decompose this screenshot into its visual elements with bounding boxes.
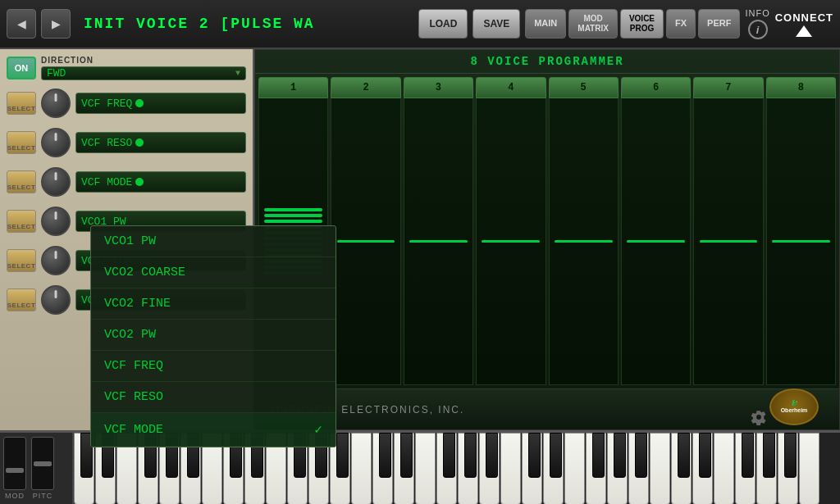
dropdown-item-vco1pw[interactable]: VCO1 PW xyxy=(91,226,336,257)
next-button[interactable]: ▶ xyxy=(41,9,71,39)
select-button-4[interactable]: SELECT xyxy=(7,210,36,233)
dropdown-item-vcfreso[interactable]: VCF RESO xyxy=(91,382,336,413)
select-button-1[interactable]: SELECT xyxy=(7,92,36,115)
black-key[interactable] xyxy=(699,433,711,478)
voice-body-8[interactable] xyxy=(766,98,836,385)
black-key[interactable] xyxy=(464,433,477,478)
load-button[interactable]: LOAD xyxy=(418,9,468,39)
voice-header-8: 8 xyxy=(766,77,836,98)
white-key[interactable] xyxy=(799,433,819,504)
black-key[interactable] xyxy=(763,433,775,478)
direction-dropdown[interactable]: FWD ▼ xyxy=(41,66,246,80)
white-key[interactable] xyxy=(650,433,670,504)
param-display-1[interactable]: VCF FREQ xyxy=(75,93,246,114)
voice-col-5[interactable]: 5 xyxy=(549,77,619,385)
tab-main[interactable]: MAIN xyxy=(525,9,566,39)
voice-col-2[interactable]: 2 xyxy=(331,77,400,385)
black-key[interactable] xyxy=(336,433,349,478)
direction-value: FWD xyxy=(47,67,66,79)
tab-fx[interactable]: FX xyxy=(666,9,696,39)
black-key[interactable] xyxy=(486,433,498,478)
param-row-1: SELECT VCF FREQ xyxy=(7,85,246,121)
connect-button[interactable]: CONNECT xyxy=(775,11,833,37)
voice-col-4[interactable]: 4 xyxy=(476,77,546,385)
voice-col-3[interactable]: 3 xyxy=(404,77,473,385)
voice-bar xyxy=(772,240,830,243)
black-key[interactable] xyxy=(592,433,605,478)
tab-perf[interactable]: PERF xyxy=(698,9,740,39)
dropdown-arrow-icon: ▼ xyxy=(235,69,240,78)
voice-col-6[interactable]: 6 xyxy=(621,77,691,385)
knob-4[interactable] xyxy=(41,207,71,236)
voice-body-5[interactable] xyxy=(549,98,619,385)
knob-1[interactable] xyxy=(41,89,71,118)
black-key[interactable] xyxy=(400,433,413,478)
dropdown-item-vco2pw[interactable]: VCO2 PW xyxy=(91,320,336,351)
voice-header-4: 4 xyxy=(476,77,546,98)
black-key[interactable] xyxy=(678,433,690,478)
save-button[interactable]: SAVE xyxy=(472,9,520,39)
voice-body-4[interactable] xyxy=(476,98,546,385)
black-key[interactable] xyxy=(614,433,626,478)
param-display-2[interactable]: VCF RESO xyxy=(75,132,246,153)
voice-bar xyxy=(482,240,540,243)
pitch-label: PITC xyxy=(33,492,53,500)
param-display-3[interactable]: VCF MODE xyxy=(75,171,246,193)
voice-header-3: 3 xyxy=(404,77,473,98)
prev-button[interactable]: ◀ xyxy=(7,9,36,39)
voice-header-6: 6 xyxy=(621,77,691,98)
select-button-5[interactable]: SELECT xyxy=(7,249,36,272)
info-icon: i xyxy=(748,20,768,39)
direction-row: ON DIRECTION FWD ▼ xyxy=(7,56,246,80)
select-button-3[interactable]: SELECT xyxy=(7,170,36,193)
voice-col-7[interactable]: 7 xyxy=(693,77,763,385)
voice-body-2[interactable] xyxy=(331,98,400,385)
param-row-3: SELECT VCF MODE xyxy=(7,164,246,200)
black-key[interactable] xyxy=(550,433,562,478)
black-key[interactable] xyxy=(528,433,541,478)
voice-bar xyxy=(264,220,322,223)
connect-label: CONNECT xyxy=(775,11,833,24)
dropdown-item-label: VCO2 PW xyxy=(104,328,156,342)
knob-3[interactable] xyxy=(41,167,71,197)
parameter-dropdown-menu: VCO1 PW VCO2 COARSE VCO2 FINE VCO2 PW VC… xyxy=(90,225,336,447)
white-key[interactable] xyxy=(564,433,585,504)
voice-body-7[interactable] xyxy=(693,98,763,385)
white-key[interactable] xyxy=(500,433,521,504)
tab-group: MAIN MODMATRIX VOICEPROG FX PERF xyxy=(525,9,740,39)
knob-2[interactable] xyxy=(41,128,71,157)
white-key[interactable] xyxy=(415,433,436,504)
top-bar: ◀ ▶ INIT VOICE 2 [PULSE WA LOAD SAVE MAI… xyxy=(0,0,840,49)
voice-col-8[interactable]: 8 xyxy=(766,77,836,385)
direction-label: DIRECTION xyxy=(41,56,246,65)
white-key[interactable] xyxy=(714,433,734,504)
knob-6[interactable] xyxy=(41,285,71,315)
black-key[interactable] xyxy=(443,433,455,478)
black-key[interactable] xyxy=(742,433,754,478)
white-key[interactable] xyxy=(351,433,372,504)
dropdown-item-vcfmode[interactable]: VCF MODE ✓ xyxy=(91,413,336,447)
tab-mod-matrix[interactable]: MODMATRIX xyxy=(568,9,618,39)
black-key[interactable] xyxy=(784,433,797,478)
select-button-6[interactable]: SELECT xyxy=(7,288,36,311)
black-key[interactable] xyxy=(379,433,391,478)
main-area: ON DIRECTION FWD ▼ SELECT VCF FREQ xyxy=(0,49,840,430)
dropdown-item-vco2coarse[interactable]: VCO2 COARSE xyxy=(91,257,336,288)
dropdown-item-label: VCF FREQ xyxy=(104,359,163,373)
knob-5[interactable] xyxy=(41,246,71,275)
voice-body-6[interactable] xyxy=(621,98,691,385)
voice-body-3[interactable] xyxy=(404,98,473,385)
param-dot-3 xyxy=(135,178,144,186)
on-button[interactable]: ON xyxy=(7,57,36,79)
select-button-2[interactable]: SELECT xyxy=(7,131,36,154)
voice-grid: 12345678 xyxy=(255,74,839,388)
dropdown-item-label: VCO2 FINE xyxy=(104,297,171,311)
dropdown-item-vcffreq[interactable]: VCF FREQ xyxy=(91,351,336,382)
param-row-2: SELECT VCF RESO xyxy=(7,125,246,161)
voice-bar xyxy=(627,240,685,243)
tab-voice-prog[interactable]: VOICEPROG xyxy=(620,9,664,39)
black-key[interactable] xyxy=(635,433,647,478)
info-button[interactable]: INFO i xyxy=(745,8,769,39)
gear-icon[interactable] xyxy=(751,409,767,425)
dropdown-item-vco2fine[interactable]: VCO2 FINE xyxy=(91,288,336,320)
